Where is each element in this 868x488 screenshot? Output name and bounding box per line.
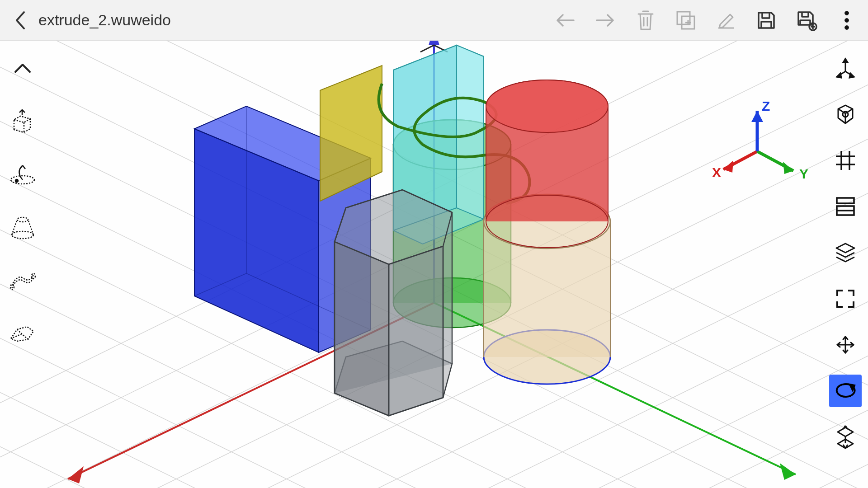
svg-marker-88 [850,385,854,390]
svg-marker-47 [389,246,443,416]
svg-marker-46 [335,242,389,416]
collapse-left-button[interactable] [6,52,39,84]
grid-toggle-button[interactable] [829,144,862,177]
extrude-tool-button[interactable] [6,105,39,137]
pipe-tool-button[interactable] [6,316,39,349]
svg-point-65 [15,179,18,182]
orbit-button[interactable] [829,375,862,407]
loft-tool-button[interactable] [6,211,39,243]
svg-marker-49 [723,160,733,173]
svg-marker-77 [849,73,854,78]
left-toolbar [0,41,45,488]
svg-line-9 [0,402,868,488]
svg-point-62 [845,18,849,22]
redo-button[interactable] [593,8,618,33]
zoom-button[interactable] [829,421,862,453]
revolve-tool-button[interactable] [6,158,39,190]
file-title: extrude_2.wuweido [38,11,171,29]
save-as-button[interactable] [794,8,819,33]
svg-point-61 [845,11,849,15]
svg-marker-51 [783,162,793,174]
more-menu-button[interactable] [835,8,859,33]
save-button[interactable] [754,8,778,33]
fit-view-button[interactable] [829,98,862,131]
top-toolbar: extrude_2.wuweido [0,0,868,41]
svg-rect-83 [837,198,854,203]
svg-marker-34 [320,66,382,201]
pan-button[interactable] [829,328,862,361]
layers-button[interactable] [829,236,862,269]
sweep-tool-button[interactable] [6,263,39,296]
svg-point-63 [845,25,849,29]
undo-button[interactable] [553,8,577,33]
delete-button[interactable] [633,8,658,33]
axes-view-button[interactable] [829,52,862,84]
svg-marker-76 [837,73,841,78]
beige-cylinder[interactable] [484,194,610,384]
gizmo-y-label: Y [799,166,808,182]
yellow-panel[interactable] [320,66,382,201]
svg-point-42 [486,80,608,132]
align-button[interactable] [829,190,862,223]
edit-button[interactable] [714,8,738,33]
duplicate-button[interactable] [674,8,698,33]
svg-line-20 [0,402,868,488]
svg-marker-25 [780,463,796,480]
gray-hex-prism[interactable] [335,190,452,416]
svg-marker-75 [843,59,848,62]
gizmo-z-label: Z [762,99,770,114]
right-toolbar [823,41,868,488]
fullscreen-button[interactable] [829,282,862,315]
svg-point-66 [12,231,33,239]
viewport-3d[interactable]: X Y Z [0,41,868,488]
back-button[interactable] [9,9,32,32]
svg-point-67 [17,217,28,222]
orientation-gizmo[interactable]: X Y Z [710,99,805,194]
gizmo-x-label: X [712,165,721,180]
